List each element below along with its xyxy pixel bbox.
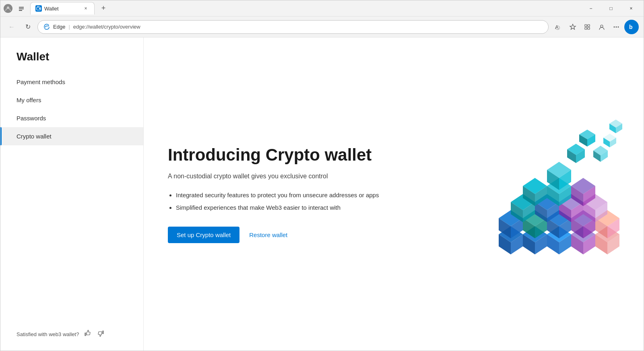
restore-wallet-link[interactable]: Restore wallet: [249, 231, 287, 238]
favorites-button[interactable]: [566, 21, 579, 33]
svg-text:b: b: [629, 24, 633, 30]
address-separator: |: [68, 24, 70, 30]
address-bar-row: ← ↻ Edge | edge://wallet/crypto/overview…: [0, 17, 644, 37]
tab-list-button[interactable]: [16, 3, 27, 14]
browser-window: Wallet × + − □ × ← ↻ Edge | edge://walle…: [0, 0, 644, 351]
svg-point-13: [614, 26, 615, 27]
sidebar-item-payment-methods[interactable]: Payment methods: [0, 73, 143, 91]
address-bar[interactable]: Edge | edge://wallet/crypto/overview: [37, 20, 549, 34]
crypto-illustration: [466, 109, 627, 279]
sidebar-nav: Payment methods My offers Passwords Cryp…: [0, 73, 143, 145]
minimize-button[interactable]: −: [582, 2, 600, 15]
svg-rect-1: [19, 7, 24, 8]
new-tab-button[interactable]: +: [98, 3, 109, 14]
page-content: Wallet Payment methods My offers Passwor…: [0, 37, 644, 351]
feature-list: Integrated security features to protect …: [168, 191, 393, 212]
maximize-button[interactable]: □: [602, 2, 620, 15]
svg-rect-9: [588, 25, 590, 27]
back-button[interactable]: ←: [5, 21, 18, 33]
tab-wallet-icon: [35, 5, 42, 12]
read-aloud-button[interactable]: A⃝: [552, 21, 565, 33]
window-controls: − □ ×: [582, 2, 640, 15]
tab-wallet-title: Wallet: [44, 6, 80, 12]
address-brand: Edge: [53, 24, 65, 30]
collections-button[interactable]: [581, 21, 594, 33]
setup-crypto-wallet-button[interactable]: Set up Crypto wallet: [168, 227, 239, 243]
svg-point-14: [616, 26, 617, 27]
svg-point-12: [601, 25, 603, 27]
content-left: Introducing Crypto wallet A non-custodia…: [168, 145, 393, 243]
profile-icon[interactable]: [4, 4, 12, 13]
svg-rect-8: [585, 25, 587, 27]
address-url: edge://wallet/crypto/overview: [73, 24, 140, 30]
feature-item-2: Simplified experiences that make Web3 ea…: [176, 203, 393, 213]
thumbs-down-icon[interactable]: [97, 329, 105, 339]
svg-rect-10: [585, 27, 587, 29]
sidebar-title: Wallet: [0, 37, 143, 73]
svg-rect-11: [588, 27, 590, 29]
sidebar-item-my-offers[interactable]: My offers: [0, 91, 143, 109]
sidebar: Wallet Payment methods My offers Passwor…: [0, 37, 144, 351]
cubes-svg: [466, 109, 636, 279]
tab-wallet[interactable]: Wallet ×: [30, 2, 95, 14]
svg-rect-3: [19, 10, 22, 11]
main-area: Introducing Crypto wallet A non-custodia…: [144, 37, 644, 351]
close-button[interactable]: ×: [622, 2, 640, 15]
feature-item-1: Integrated security features to protect …: [176, 191, 393, 200]
satisfaction-label: Satisfied with web3 wallet?: [17, 331, 79, 337]
bing-button[interactable]: b: [624, 20, 639, 34]
sidebar-footer: Satisfied with web3 wallet?: [0, 321, 143, 351]
sidebar-item-passwords[interactable]: Passwords: [0, 109, 143, 127]
refresh-button[interactable]: ↻: [21, 21, 34, 33]
edge-logo-icon: [43, 24, 50, 30]
sidebar-item-crypto-wallet[interactable]: Crypto wallet: [0, 127, 143, 145]
more-button[interactable]: [610, 21, 623, 33]
svg-text:A: A: [555, 24, 559, 30]
svg-point-15: [618, 26, 619, 27]
thumbs-up-icon[interactable]: [84, 329, 92, 339]
action-buttons: Set up Crypto wallet Restore wallet: [168, 227, 393, 243]
toolbar-icons: A⃝ b: [552, 20, 639, 34]
svg-rect-5: [39, 8, 40, 9]
main-subtitle: A non-custodial crypto wallet gives you …: [168, 171, 393, 181]
title-bar: Wallet × + − □ ×: [0, 0, 644, 17]
profile-button[interactable]: [595, 21, 608, 33]
svg-rect-2: [19, 8, 24, 9]
tab-close-button[interactable]: ×: [82, 5, 89, 12]
main-heading: Introducing Crypto wallet: [168, 145, 393, 165]
